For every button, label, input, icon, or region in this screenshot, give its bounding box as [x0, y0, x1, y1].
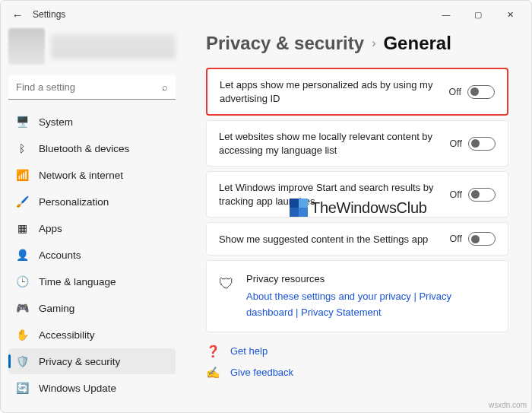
- setting-card-1: Let websites show me locally relevant co…: [206, 120, 508, 167]
- nav-icon: 🖌️: [16, 195, 28, 208]
- resource-link[interactable]: Privacy Statement: [301, 307, 382, 318]
- nav-icon: 🖥️: [16, 116, 28, 128]
- toggle-state: Off: [450, 189, 462, 200]
- window-controls: — ▢ ✕: [431, 4, 525, 25]
- setting-card-3: Show me suggested content in the Setting…: [206, 222, 508, 256]
- nav-label: Network & internet: [39, 170, 123, 181]
- nav-label: Gaming: [39, 303, 74, 314]
- breadcrumb: Privacy & security › General: [206, 33, 508, 54]
- get-help-link[interactable]: ❓ Get help: [206, 345, 508, 358]
- close-button[interactable]: ✕: [495, 4, 525, 25]
- settings-window: ← Settings — ▢ ✕ ⌕ 🖥️SystemᛒBluetooth & …: [0, 0, 532, 413]
- toggle-state: Off: [450, 138, 462, 149]
- nav-label: Privacy & security: [39, 356, 120, 367]
- resource-link[interactable]: About these settings and your privacy: [246, 291, 411, 302]
- search-icon: ⌕: [162, 81, 168, 93]
- back-button[interactable]: ←: [7, 4, 28, 25]
- nav-icon: 📶: [16, 169, 28, 181]
- toggle-switch[interactable]: [468, 188, 496, 202]
- minimize-button[interactable]: —: [431, 4, 461, 25]
- shield-icon: 🛡: [219, 273, 234, 294]
- sidebar-item-time-language[interactable]: 🕒Time & language: [8, 268, 176, 294]
- source-mark: wsxdn.com: [489, 401, 527, 409]
- sidebar-item-apps[interactable]: ▦Apps: [8, 215, 176, 241]
- sidebar-item-personalization[interactable]: 🖌️Personalization: [8, 189, 176, 214]
- sidebar-item-system[interactable]: 🖥️System: [8, 109, 176, 135]
- page-title: General: [383, 33, 451, 54]
- maximize-button[interactable]: ▢: [463, 4, 493, 25]
- resource-links: Privacy resources About these settings a…: [246, 272, 496, 320]
- window-body: ⌕ 🖥️SystemᛒBluetooth & devices📶Network &…: [1, 28, 531, 412]
- main-content: Privacy & security › General Let apps sh…: [183, 28, 531, 412]
- nav-icon: 👤: [16, 249, 28, 261]
- setting-label: Let websites show me locally relevant co…: [219, 130, 450, 157]
- sidebar-item-network-internet[interactable]: 📶Network & internet: [8, 162, 176, 188]
- toggle-switch[interactable]: [468, 137, 496, 151]
- user-card[interactable]: [8, 28, 176, 65]
- nav-label: Bluetooth & devices: [39, 143, 129, 154]
- setting-label: Let Windows improve Start and search res…: [219, 181, 450, 208]
- sidebar-item-gaming[interactable]: 🎮Gaming: [8, 295, 176, 321]
- resources-heading: Privacy resources: [246, 272, 496, 288]
- setting-label: Let apps show me personalized ads by usi…: [220, 78, 449, 105]
- toggle-switch[interactable]: [467, 85, 495, 99]
- sidebar-item-privacy-security[interactable]: 🛡️Privacy & security: [8, 348, 176, 374]
- search-wrap: ⌕: [8, 75, 176, 100]
- nav-label: Accessibility: [39, 329, 95, 341]
- nav-icon: 🎮: [16, 302, 28, 314]
- toggle-state: Off: [449, 87, 461, 97]
- nav-icon: 🕒: [16, 275, 28, 288]
- nav-icon: ᛒ: [16, 142, 28, 154]
- sidebar-item-accessibility[interactable]: ✋Accessibility: [8, 322, 176, 348]
- titlebar: ← Settings — ▢ ✕: [1, 1, 531, 28]
- nav-label: Windows Update: [39, 383, 116, 394]
- user-name-blurred: [51, 34, 176, 59]
- breadcrumb-parent[interactable]: Privacy & security: [206, 33, 364, 54]
- nav-list: 🖥️SystemᛒBluetooth & devices📶Network & i…: [8, 109, 176, 401]
- nav-label: Accounts: [39, 249, 81, 261]
- nav-label: Apps: [39, 223, 62, 234]
- window-title: Settings: [33, 9, 65, 20]
- nav-icon: 🛡️: [16, 355, 28, 367]
- give-feedback-label: Give feedback: [230, 367, 293, 378]
- sidebar-item-windows-update[interactable]: 🔄Windows Update: [8, 375, 176, 401]
- setting-label: Show me suggested content in the Setting…: [219, 233, 450, 246]
- help-icon: ❓: [206, 345, 220, 358]
- search-input[interactable]: [8, 75, 176, 100]
- feedback-icon: ✍: [206, 366, 220, 380]
- toggle-state: Off: [450, 234, 462, 244]
- nav-label: Personalization: [39, 196, 109, 208]
- nav-icon: 🔄: [16, 382, 28, 394]
- setting-card-2: Let Windows improve Start and search res…: [206, 171, 508, 218]
- nav-label: System: [39, 116, 73, 128]
- nav-icon: ▦: [16, 222, 28, 234]
- avatar: [8, 28, 45, 65]
- footer-links: ❓ Get help ✍ Give feedback: [206, 345, 508, 380]
- toggle-switch[interactable]: [468, 232, 496, 246]
- sidebar-item-bluetooth-devices[interactable]: ᛒBluetooth & devices: [8, 135, 176, 161]
- setting-card-0: Let apps show me personalized ads by usi…: [206, 68, 508, 116]
- sidebar: ⌕ 🖥️SystemᛒBluetooth & devices📶Network &…: [1, 28, 183, 412]
- get-help-label: Get help: [230, 345, 268, 357]
- settings-list: Let apps show me personalized ads by usi…: [206, 68, 508, 256]
- chevron-right-icon: ›: [372, 37, 375, 50]
- nav-label: Time & language: [39, 276, 116, 288]
- give-feedback-link[interactable]: ✍ Give feedback: [206, 366, 508, 380]
- privacy-resources-card: 🛡 Privacy resources About these settings…: [206, 260, 508, 332]
- nav-icon: ✋: [16, 329, 28, 341]
- sidebar-item-accounts[interactable]: 👤Accounts: [8, 242, 176, 268]
